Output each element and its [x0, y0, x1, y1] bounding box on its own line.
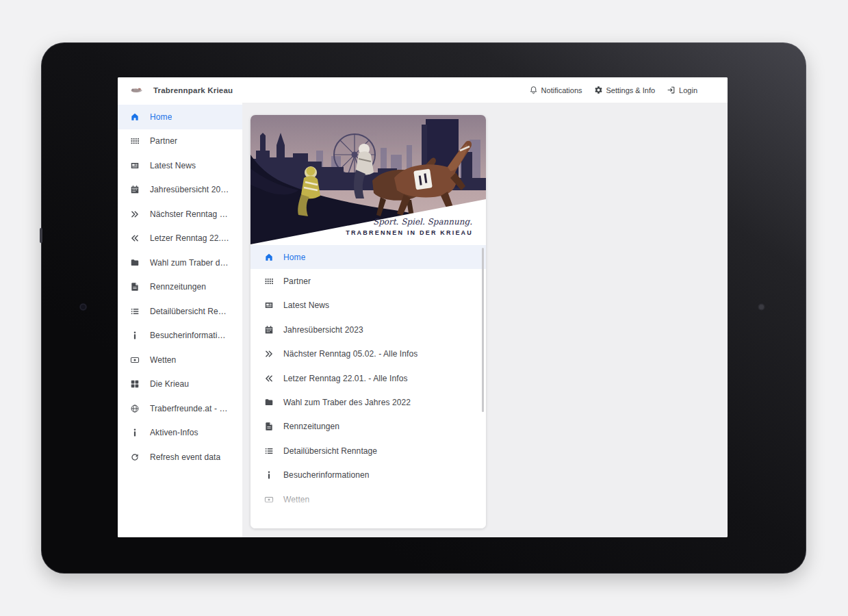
folder-icon: [264, 398, 274, 407]
app-screen: Trabrennpark Krieau Notifications Settin…: [118, 77, 728, 537]
sidebar-item-letzer-renntag[interactable]: Letzer Renntag 22.…: [118, 227, 242, 251]
menu-item-partner[interactable]: Partner: [250, 269, 486, 293]
info-icon: [130, 428, 140, 437]
list-icon: [264, 446, 274, 456]
apps-icon: [264, 277, 274, 286]
sidebar-item-traberfreunde[interactable]: Traberfreunde.at - …: [118, 396, 242, 421]
menu-item-wetten[interactable]: Wetten: [250, 487, 486, 511]
login-button[interactable]: Login: [667, 86, 697, 94]
bet-icon: [264, 495, 274, 504]
gear-icon: [594, 86, 603, 94]
sidebar-item-aktiven-infos[interactable]: Aktiven-Infos: [118, 421, 242, 446]
hero-image: Sport. Spiel. Spannung. TRABRENNEN IN DE…: [250, 115, 486, 245]
sidebar-item-naechster-renntag[interactable]: Nächster Renntag …: [118, 202, 242, 227]
folder-icon: [130, 258, 140, 268]
menu-item-letzer-renntag[interactable]: Letzer Renntag 22.01. - Alle Infos: [250, 366, 486, 390]
sidebar-item-die-krieau[interactable]: Die Krieau: [118, 372, 242, 397]
menu-item-home[interactable]: Home: [250, 245, 486, 269]
sidebar-item-detailuebersicht[interactable]: Detailübersicht Re…: [118, 299, 242, 324]
menu-item-jahresuebersicht[interactable]: Jahresübersicht 2023: [250, 318, 486, 342]
dblright-icon: [130, 209, 140, 219]
document-icon: [264, 422, 274, 431]
sidebar-item-wahl-zum-traber[interactable]: Wahl zum Traber d…: [118, 251, 242, 275]
sidebar-item-besucherinfo[interactable]: Besucherinformati…: [118, 324, 242, 348]
news-icon: [264, 300, 274, 310]
dblleft-icon: [130, 233, 140, 243]
calendar-icon: [130, 185, 140, 194]
tablet-frame: Trabrennpark Krieau Notifications Settin…: [41, 42, 806, 574]
notifications-label: Notifications: [541, 86, 582, 94]
menu-item-latest-news[interactable]: Latest News: [250, 294, 486, 318]
menu-item-naechster-renntag[interactable]: Nächster Renntag 05.02. - Alle Infos: [250, 342, 486, 366]
login-icon: [667, 86, 676, 94]
sidebar-item-latest-news[interactable]: Latest News: [118, 153, 242, 178]
news-icon: [130, 161, 140, 170]
document-icon: [130, 282, 140, 292]
menu-item-besucherinfo[interactable]: Besucherinformationen: [250, 463, 486, 487]
tablet-side-button: [40, 228, 42, 243]
app-title: Trabrennpark Krieau: [153, 86, 233, 94]
hero-tagline-script: Sport. Spiel. Spannung.: [373, 217, 472, 227]
dblright-icon: [264, 349, 274, 359]
bet-icon: [130, 355, 140, 365]
calendar-icon: [264, 325, 274, 335]
sidebar-nav: Home Partner Latest News Jahresübersicht…: [118, 103, 242, 537]
grid2-icon: [130, 379, 140, 389]
front-camera-left: [81, 305, 86, 309]
settings-button[interactable]: Settings & Info: [594, 86, 656, 94]
topbar: Trabrennpark Krieau Notifications Settin…: [118, 77, 728, 103]
app-logo-icon: [129, 86, 144, 94]
content-area: Home Partner Latest News Jahresübersicht…: [118, 103, 728, 537]
home-icon: [264, 253, 274, 262]
card-scrollbar[interactable]: [482, 248, 484, 412]
menu-item-detailuebersicht[interactable]: Detailübersicht Renntage: [250, 439, 486, 463]
refresh-icon: [130, 452, 140, 462]
hero-tagline-caps: TRABRENNEN IN DER KRIEAU: [346, 229, 473, 236]
apps-icon: [130, 136, 140, 146]
front-camera-right: [759, 305, 764, 309]
sidebar-item-refresh-event-data[interactable]: Refresh event data: [118, 445, 242, 470]
login-label: Login: [679, 86, 697, 94]
main-area: Sport. Spiel. Spannung. TRABRENNEN IN DE…: [242, 103, 728, 537]
bell-icon: [529, 86, 538, 94]
sidebar-item-home[interactable]: Home: [118, 105, 242, 129]
info-icon: [130, 331, 140, 340]
settings-label: Settings & Info: [606, 86, 656, 94]
home-icon: [130, 112, 140, 122]
sidebar-item-wetten[interactable]: Wetten: [118, 348, 242, 372]
content-card: Sport. Spiel. Spannung. TRABRENNEN IN DE…: [250, 115, 486, 528]
menu-item-wahl-zum-traber[interactable]: Wahl zum Traber des Jahres 2022: [250, 390, 486, 414]
info-icon: [264, 470, 274, 480]
card-menu: Home Partner Latest News Jahresübersicht…: [250, 245, 486, 511]
notifications-button[interactable]: Notifications: [529, 86, 582, 94]
globe-icon: [130, 404, 140, 413]
menu-item-rennzeitungen[interactable]: Rennzeitungen: [250, 415, 486, 439]
sidebar-item-rennzeitungen[interactable]: Rennzeitungen: [118, 275, 242, 300]
sidebar-item-partner[interactable]: Partner: [118, 129, 242, 154]
dblleft-icon: [264, 374, 274, 383]
sidebar-item-jahresuebersicht[interactable]: Jahresübersicht 20…: [118, 178, 242, 203]
list-icon: [130, 307, 140, 316]
